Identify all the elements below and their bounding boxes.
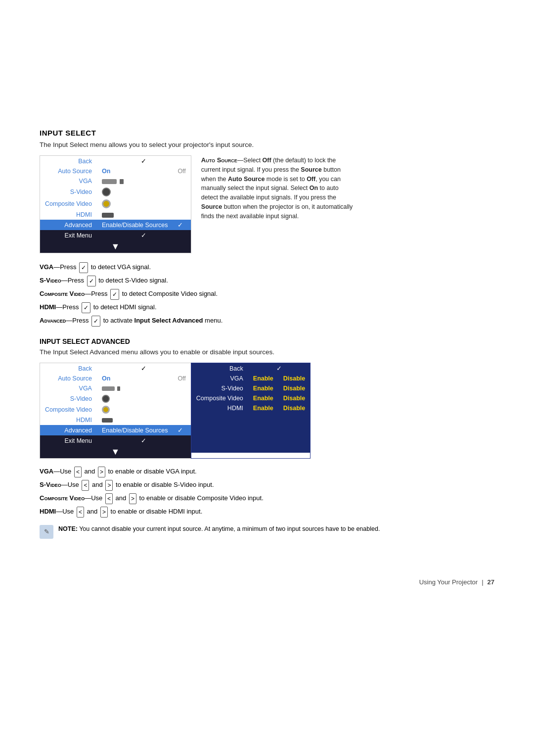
adv-svideo-left-icon: <: [82, 480, 89, 491]
advanced-check-icon: ✓: [91, 316, 100, 327]
adv-row-svideo: S-Video: [40, 393, 191, 404]
adv-row-composite: Composite Video: [40, 404, 191, 415]
adv-row-vga: VGA: [40, 383, 191, 393]
adv-row-advanced: Advanced Enable/Disable Sources ✓: [40, 425, 191, 435]
adv-value-advanced: Enable/Disable Sources: [97, 425, 173, 435]
auto-source-desc-title: Auto Source: [201, 156, 237, 164]
footer-page: 27: [488, 578, 494, 586]
section2-title: INPUT SELECT ADVANCED: [40, 337, 494, 345]
note-content: You cannot disable your current input so…: [79, 525, 380, 532]
adv-row-arrow: ▼: [40, 446, 191, 458]
advanced-right-table: Back ✓ VGA Enable Disable S-Video Enable…: [191, 363, 310, 453]
body-label-hdmi: HDMI: [40, 303, 56, 311]
body-label-adv-vga: VGA: [40, 468, 53, 475]
menu-icon-hdmi: [97, 210, 191, 220]
right-disable-hdmi: Disable: [278, 403, 310, 413]
menu-label-exit: Exit Menu: [40, 230, 97, 240]
adv-icon-svideo: [97, 393, 191, 404]
advanced-left-table: Back ✓ Auto Source On Off VGA: [40, 363, 191, 458]
menu-row-svideo: S-Video: [40, 186, 191, 198]
right-row-composite: Composite Video Enable Disable: [191, 393, 310, 403]
right-row-empty3: [191, 433, 310, 443]
right-empty2: [191, 423, 310, 433]
adv-hdmi-right-icon: >: [100, 507, 108, 518]
adv-label-hdmi: HDMI: [40, 415, 97, 425]
menu1-layout: Back ✓ Auto Source On Off VGA: [40, 155, 494, 253]
menu-row-advanced: Advanced Enable/Disable Sources ✓: [40, 220, 191, 230]
menu-row-autosource: Auto Source On Off: [40, 166, 191, 176]
note-text: NOTE: You cannot disable your current in…: [58, 524, 380, 534]
body-entry-adv-svideo: S-Video—Use < and > to enable or disable…: [40, 480, 494, 491]
adv-label-vga: VGA: [40, 383, 97, 393]
advanced-right-wrapper: Back ✓ VGA Enable Disable S-Video Enable…: [191, 363, 311, 459]
top-spacer: [40, 30, 494, 129]
right-row-empty2: [191, 423, 310, 433]
right-empty4: [191, 443, 310, 453]
right-row-empty4: [191, 443, 310, 453]
right-empty3: [191, 433, 310, 443]
menu-value-advanced: Enable/Disable Sources: [97, 220, 173, 230]
menu-off-autosource: Off: [173, 166, 190, 176]
adv-row-exit: Exit Menu ✓: [40, 435, 191, 446]
section2-description: The Input Select Advanced menu allows yo…: [40, 348, 494, 356]
right-label-hdmi: HDMI: [191, 403, 248, 413]
right-enable-composite: Enable: [248, 393, 278, 403]
adv-arrow-down: ▼: [40, 446, 191, 458]
adv-value-exit: ✓: [97, 435, 191, 446]
composite-check-icon: ✓: [110, 289, 119, 300]
body-label-adv-svideo: S-Video: [40, 481, 61, 488]
adv-row-autosource: Auto Source On Off: [40, 374, 191, 383]
menu-on-autosource: On: [97, 166, 173, 176]
adv-label-back: Back: [40, 363, 97, 374]
adv-icon-hdmi: [97, 415, 191, 425]
right-label-back: Back: [191, 363, 248, 374]
right-empty1: [191, 413, 310, 423]
body-entry-advanced: Advanced—Press ✓ to activate Input Selec…: [40, 316, 494, 327]
body-entries-section1: VGA—Press ✓ to detect VGA signal. S-Vide…: [40, 262, 494, 327]
adv-value-back: ✓: [97, 363, 191, 374]
right-value-back: ✓: [248, 363, 310, 374]
adv-vga-and: and: [85, 468, 95, 475]
menu1-table: Back ✓ Auto Source On Off VGA: [40, 156, 191, 253]
right-label-composite: Composite Video: [191, 393, 248, 403]
body-label-svideo: S-Video: [40, 277, 61, 284]
note-bold-label: NOTE:: [58, 525, 78, 532]
menu-label-back: Back: [40, 156, 97, 166]
menu-row-vga: VGA: [40, 176, 191, 186]
menu-value-back: ✓: [97, 156, 191, 166]
adv-vga-right-icon: >: [98, 467, 105, 477]
menu-row-back: Back ✓: [40, 156, 191, 166]
right-row-hdmi: HDMI Enable Disable: [191, 403, 310, 413]
adv-row-back: Back ✓: [40, 363, 191, 374]
menu-label-autosource: Auto Source: [40, 166, 97, 176]
menu1-wrapper: Back ✓ Auto Source On Off VGA: [40, 155, 191, 253]
adv-label-exit: Exit Menu: [40, 435, 97, 446]
menu-arrow-down: ▼: [40, 240, 191, 253]
right-row-header: Back ✓: [191, 363, 310, 374]
advanced-menus-layout: Back ✓ Auto Source On Off VGA: [40, 363, 494, 459]
hdmi-check-icon: ✓: [82, 302, 90, 313]
adv-check-advanced: ✓: [173, 425, 190, 435]
adv-composite-left-icon: <: [105, 493, 113, 504]
menu-label-composite: Composite Video: [40, 198, 97, 210]
input-select-advanced-section: INPUT SELECT ADVANCED The Input Select A…: [40, 337, 494, 539]
footer-separator: |: [482, 578, 483, 586]
right-row-vga: VGA Enable Disable: [191, 374, 310, 383]
body-entry-vga: VGA—Press ✓ to detect VGA signal.: [40, 262, 494, 273]
right-enable-vga: Enable: [248, 374, 278, 383]
body-label-adv-hdmi: HDMI: [40, 508, 56, 515]
body-label-composite: Composite Video: [40, 290, 85, 297]
body-entries-section2: VGA—Use < and > to enable or disable VGA…: [40, 467, 494, 518]
adv-svideo-right-icon: >: [105, 480, 113, 491]
page-footer: Using Your Projector | 27: [40, 578, 494, 586]
adv-off-autosource: Off: [173, 374, 190, 383]
svideo-check-icon: ✓: [87, 276, 96, 286]
menu-row-exit: Exit Menu ✓: [40, 230, 191, 240]
body-entry-adv-vga: VGA—Use < and > to enable or disable VGA…: [40, 467, 494, 477]
adv-row-hdmi: HDMI: [40, 415, 191, 425]
right-disable-svideo: Disable: [278, 383, 310, 393]
adv-composite-and: and: [116, 494, 127, 502]
right-row-svideo: S-Video Enable Disable: [191, 383, 310, 393]
adv-svideo-and: and: [92, 481, 103, 488]
right-disable-composite: Disable: [278, 393, 310, 403]
